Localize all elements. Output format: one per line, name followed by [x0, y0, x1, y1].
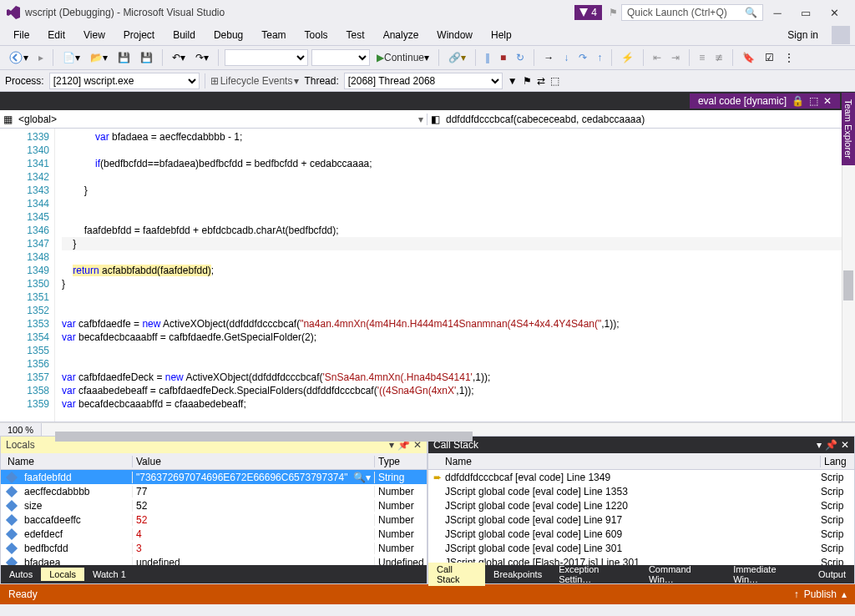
table-row[interactable]: JScript global code [eval code] Line 135…	[428, 484, 854, 498]
uncomment-button[interactable]: ≢	[711, 50, 726, 65]
col-value[interactable]: Value	[133, 456, 375, 467]
table-row[interactable]: bfadaeaundefinedUndefined	[1, 555, 427, 565]
close-icon[interactable]: ✕	[841, 439, 849, 451]
code-content[interactable]: var bfadaea = aecffecdabbbb - 1; if(bedf…	[55, 129, 855, 422]
menu-file[interactable]: File	[5, 28, 38, 43]
team-explorer-tab[interactable]: Team Explorer	[842, 93, 855, 165]
tab-watch1[interactable]: Watch 1	[84, 568, 134, 581]
col-name[interactable]: Name	[1, 456, 133, 467]
save-all-button[interactable]: 💾	[137, 50, 156, 65]
pin-icon[interactable]: 📌	[825, 439, 837, 451]
menu-test[interactable]: Test	[338, 28, 373, 43]
step-over-button[interactable]: ↷	[575, 50, 590, 65]
code-editor[interactable]: 1339134013411342134313441345134613471348…	[0, 129, 855, 422]
thread-select[interactable]: [2068] Thread 2068	[344, 73, 503, 89]
notifications-badge[interactable]: 4	[574, 5, 602, 20]
indent-less-button[interactable]: ⇤	[650, 50, 665, 65]
menu-team[interactable]: Team	[253, 28, 294, 43]
member-selector[interactable]: ◧ ddfddfdcccbcaf(cabececeabd, cedabccaaa…	[428, 114, 855, 125]
tab-command[interactable]: Command Win…	[640, 563, 725, 586]
platform-select[interactable]	[311, 49, 370, 66]
comment-button[interactable]: ≡	[696, 50, 708, 65]
flag-threads-button[interactable]: ⚑	[523, 75, 532, 87]
table-row[interactable]: JScript global code [eval code] Line 122…	[428, 498, 854, 512]
nav-back-button[interactable]: ▾	[5, 48, 32, 67]
thread-filter-button[interactable]: ⇄	[537, 75, 545, 87]
menu-tools[interactable]: Tools	[296, 28, 336, 43]
menu-project[interactable]: Project	[115, 28, 163, 43]
table-row[interactable]: JScript global code [eval code] Line 609…	[428, 527, 854, 541]
new-project-button[interactable]: 📄▾	[59, 50, 83, 65]
nav-fwd-button[interactable]: ▸	[35, 50, 47, 65]
pin-icon[interactable]: ⬚	[809, 95, 818, 107]
save-button[interactable]: 💾	[114, 50, 134, 65]
sign-in-link[interactable]: Sign in	[787, 29, 827, 41]
menu-build[interactable]: Build	[164, 28, 204, 43]
menu-help[interactable]: Help	[483, 28, 520, 43]
stop-button[interactable]: ■	[497, 50, 509, 65]
table-row[interactable]: JScript global code [eval code] Line 301…	[428, 541, 854, 555]
menu-view[interactable]: View	[75, 28, 114, 43]
step-out-button[interactable]: ↑	[594, 50, 605, 65]
tab-locals[interactable]: Locals	[41, 568, 84, 581]
quick-launch-input[interactable]: Quick Launch (Ctrl+Q) 🔍	[621, 4, 763, 21]
table-row[interactable]: ➨ddfddfdcccbcaf [eval code] Line 1349Scr…	[428, 470, 854, 484]
menu-analyze[interactable]: Analyze	[375, 28, 428, 43]
zoom-level[interactable]: 100 %	[0, 423, 42, 437]
magnifier-icon[interactable]: 🔍▾	[353, 472, 371, 483]
col-lang[interactable]: Lang	[821, 456, 854, 467]
table-row[interactable]: bedfbcfdd3Number	[1, 541, 427, 555]
tab-breakpoints[interactable]: Breakpoints	[485, 568, 550, 581]
continue-button[interactable]: ▶ Continue ▾	[373, 50, 433, 65]
scope-selector[interactable]: ▦ <global> ▾	[0, 114, 428, 125]
menu-window[interactable]: Window	[428, 28, 481, 43]
tab-immediate[interactable]: Immediate Win…	[725, 563, 810, 586]
minimize-button[interactable]: ─	[763, 7, 792, 19]
avatar-icon[interactable]	[832, 26, 850, 44]
open-file-button[interactable]: 📂▾	[87, 50, 111, 65]
vertical-scrollbar[interactable]	[842, 129, 855, 422]
pause-button[interactable]: ‖	[482, 50, 493, 65]
redo-button[interactable]: ↷▾	[192, 50, 212, 65]
bookmark-button[interactable]: 🔖	[739, 50, 758, 65]
close-tab-button[interactable]: ✕	[823, 95, 832, 107]
indent-more-button[interactable]: ⇥	[668, 50, 683, 65]
lifecycle-events-dropdown[interactable]: ⊞ Lifecycle Events ▾	[210, 75, 300, 87]
col-type[interactable]: Type	[375, 456, 427, 467]
ext-button[interactable]: ⋮	[781, 50, 797, 65]
close-button[interactable]: ✕	[820, 7, 848, 19]
table-row[interactable]: edefdecf4Number	[1, 527, 427, 541]
maximize-button[interactable]: ▭	[792, 7, 820, 19]
show-next-button[interactable]: →	[540, 50, 557, 65]
task-list-button[interactable]: ☑	[761, 50, 777, 65]
table-row[interactable]: aecffecdabbbb77Number	[1, 484, 427, 498]
process-select[interactable]: [2120] wscript.exe	[49, 73, 200, 89]
stack-frame-button[interactable]: ⬚	[550, 75, 559, 87]
table-row[interactable]: faafdebfdd"736372697074696E672E66696C657…	[1, 470, 427, 484]
browser-link-button[interactable]: 🔗▾	[445, 50, 469, 65]
document-tab[interactable]: eval code [dynamic] 🔒 ⬚ ✕	[690, 93, 840, 109]
step-into-button[interactable]: ↓	[560, 50, 572, 65]
dropdown-button[interactable]: ▾	[817, 439, 822, 451]
scrollbar-thumb[interactable]	[843, 270, 853, 300]
flag-icon[interactable]: ⚑	[609, 7, 618, 18]
publish-up-icon[interactable]: ↑	[794, 588, 799, 600]
menu-edit[interactable]: Edit	[39, 28, 73, 43]
tab-exception[interactable]: Exception Settin…	[550, 563, 640, 586]
undo-button[interactable]: ↶▾	[169, 50, 189, 65]
table-row[interactable]: baccafdeeffc52Number	[1, 512, 427, 527]
tab-output[interactable]: Output	[810, 568, 854, 581]
col-name[interactable]: Name	[442, 456, 821, 467]
filter-button[interactable]: ▼	[508, 75, 518, 87]
restart-button[interactable]: ↻	[513, 50, 528, 65]
intellitrace-button[interactable]: ⚡	[618, 50, 637, 65]
scrollbar-thumb[interactable]	[55, 432, 473, 442]
menu-debug[interactable]: Debug	[205, 28, 251, 43]
solution-config-select[interactable]	[225, 49, 308, 66]
publish-button[interactable]: Publish	[804, 588, 837, 600]
table-row[interactable]: size52Number	[1, 498, 427, 512]
table-row[interactable]: JScript global code [eval code] Line 917…	[428, 512, 854, 527]
tab-callstack[interactable]: Call Stack	[428, 563, 485, 586]
tab-autos[interactable]: Autos	[1, 568, 41, 581]
chevron-up-icon[interactable]: ▴	[842, 588, 847, 600]
